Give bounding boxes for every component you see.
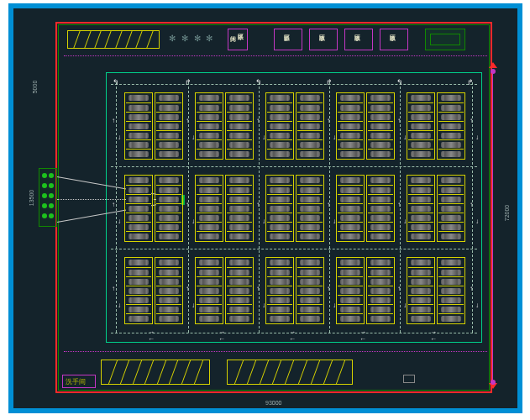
module-dot [42,173,47,178]
parking-bay [195,175,223,242]
lane-divider [116,82,117,333]
lane-divider [111,166,477,167]
parking-bay [265,92,294,160]
dim-left-top: 5000 [32,81,38,94]
lane-divider [188,82,189,333]
parking-bay [366,175,395,242]
module-dot [42,213,47,218]
parking-bay [437,175,465,242]
module-dot [42,203,47,208]
module-dot [49,193,54,198]
lane-divider [111,84,477,85]
parking-bay [336,257,365,324]
small-object-icon [403,375,415,383]
top-room-a [228,29,248,50]
parking-bay [124,175,153,242]
bottom-dash-line [64,351,487,352]
bottom-yellow-hatch-left [101,360,210,385]
parking-bay [296,175,324,242]
parking-bay [336,92,365,160]
module-dot [49,173,54,178]
dim-bottom: 93000 [265,400,281,406]
top-right-module-inner [430,34,460,45]
parking-bay [296,257,324,324]
top-room-d [344,29,373,50]
drawing-canvas[interactable]: ✻ ✻ ✻ ✻ 休闲 娱乐区 摄影区 事故区 事故区 事故区 [13,8,517,408]
parking-bay [437,92,465,160]
module-dot [49,183,54,188]
parking-bay [366,257,395,324]
module-dot [42,193,47,198]
parking-bay [195,257,223,324]
dim-right: 72000 [504,205,510,221]
lane-divider [329,82,330,333]
top-dash-line [64,55,487,56]
parking-bay [265,175,294,242]
parking-bay [225,257,254,324]
wash-room-label: 洗手间 [66,377,86,386]
module-dot [49,213,54,218]
parking-bay [336,175,365,242]
top-room-e [380,29,408,50]
dim-left-mid: 13500 [29,190,34,206]
parking-bay [407,92,435,160]
lane-divider [111,249,477,249]
module-dot [49,203,54,208]
parking-bay [296,92,324,160]
left-module [39,168,57,227]
top-yellow-hatch [67,30,160,49]
parking-bay [407,175,435,242]
parking-bay [366,92,395,160]
edge-dot [491,380,496,385]
parking-bay [195,92,223,160]
parking-bay [155,175,183,242]
parking-bay [225,175,254,242]
cad-viewer-frame: ✻ ✻ ✻ ✻ 休闲 娱乐区 摄影区 事故区 事故区 事故区 [8,3,522,413]
edge-dot [491,69,496,74]
right-edge-line [492,71,493,385]
parking-bay [124,92,153,160]
parking-bay [437,257,465,324]
bottom-yellow-hatch-right [227,360,353,385]
lane-divider [472,82,473,333]
parking-bay [155,257,183,324]
parking-bay [124,257,153,324]
lane-divider [400,82,401,333]
lane-divider [111,333,477,333]
module-dot [42,183,47,188]
lane-divider [259,82,260,333]
parking-bay [225,92,254,160]
parking-bay [265,257,294,324]
top-room-b [274,29,302,50]
parking-bay [155,92,183,160]
top-decor-icons: ✻ ✻ ✻ ✻ [169,34,214,43]
entry-marker-up [489,62,497,68]
parking-bay [407,257,435,324]
top-room-c [309,29,338,50]
